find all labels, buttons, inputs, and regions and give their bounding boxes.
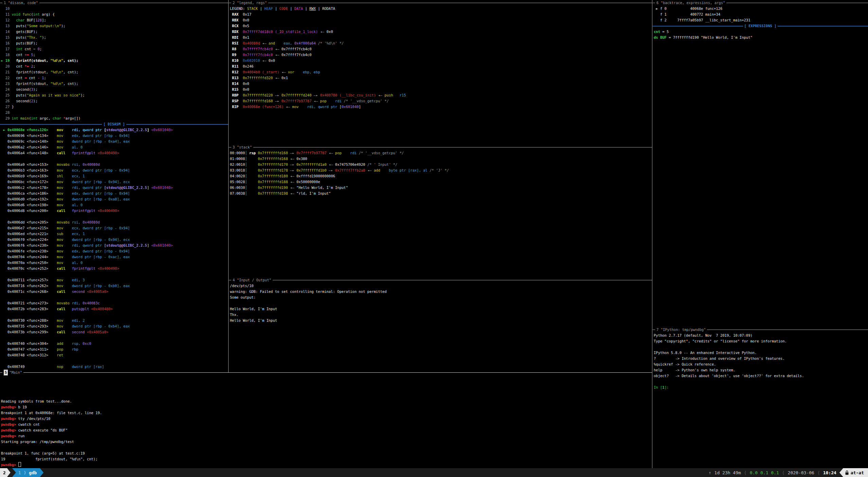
- uptime-text: 1d 23h 49m: [715, 470, 741, 476]
- pane-ipython[interactable]: 7 "IPython: tmp/pwndbg" Python 2.7.17 (d…: [653, 327, 868, 468]
- window-tab-gdb[interactable]: 1 ⟩ gdb: [12, 468, 44, 477]
- terminal-line: 0x4006ed <func+221> sub ecx, 1: [1, 231, 228, 237]
- gdb-console: Reading symbols from test...done.pwndbg>…: [0, 375, 652, 468]
- terminal-line: 0x400749 nop dword ptr [rax]: [1, 364, 228, 370]
- terminal-line: 0x4006a9 <func+153> movabs rsi, 0x40080d: [1, 162, 228, 167]
- angle-separator-icon: ⟨: [817, 470, 820, 476]
- terminal-line: 0x4006ca <func+186> mov edx, dword ptr […: [1, 191, 228, 196]
- terminal-line: 0x4006f0 <func+224> mov dword ptr [rbp -…: [1, 237, 228, 243]
- terminal-line: %quickref -> Quick reference.: [654, 361, 868, 367]
- terminal-line: [654, 344, 868, 350]
- terminal-line: [1, 381, 652, 387]
- terminal-line: [654, 379, 868, 385]
- terminal-line: pwndbg> b 19: [1, 404, 652, 410]
- terminal-line: 26 second(2);: [1, 98, 228, 104]
- lock-icon: [845, 471, 849, 475]
- terminal-line: R12 0x4004b0 (_start) ◂— xor ebp, ebp: [230, 69, 652, 75]
- disasm-separator: [ DISASM ]: [0, 121, 228, 127]
- terminal-line: 25 puts("Again as it was so nice");: [1, 92, 228, 98]
- angle-separator-icon: ⟨: [782, 470, 785, 476]
- terminal-line: In [1]:: [654, 385, 868, 390]
- terminal-line: 05:0028│ 0x7fffffffd188 ◂— 0x50000000e: [230, 179, 652, 185]
- terminal-line: 0x400721 <func+273> movabs rdi, 0x40083c: [1, 300, 228, 306]
- terminal-line: 0x400747 <func+311> pop rbp: [1, 347, 228, 352]
- text-cursor: [18, 462, 21, 467]
- terminal-line: R10 0x602010 ◂— 0x0: [230, 58, 652, 64]
- stack-listing: 00:0000│ rsp 0x7fffffffd160 —▸ 0x7ffff7b…: [229, 150, 652, 196]
- terminal-line: ► f 0 40068e func+126: [654, 6, 868, 12]
- terminal-line: 12 char BUF[128];: [1, 17, 228, 23]
- pane-border-right-column[interactable]: [652, 0, 652, 468]
- pane-border-main: 5"Main": [0, 370, 652, 375]
- pane-title-label: "Main": [8, 370, 23, 375]
- terminal-line: ► 19 fprintf(stdout, "%d\n", cnt);: [1, 58, 228, 64]
- terminal-line: R14 0x0: [230, 81, 652, 87]
- terminal-line: RDI 0x1: [230, 35, 652, 40]
- terminal-line: 0x4006b9 <func+169> shl ecx, 1: [1, 173, 228, 179]
- terminal-line: pwndbg>: [1, 462, 652, 468]
- pane-title-backtrace: 6 "backtrace, expressions, args": [653, 0, 868, 6]
- pane-border-left-column[interactable]: [228, 0, 229, 372]
- terminal-line: 0x400716 <func+262> mov dword ptr [rbp -…: [1, 283, 228, 289]
- terminal-line: R11 0x246: [230, 64, 652, 69]
- pane-title-stack: 3 "stack": [229, 144, 652, 150]
- terminal-line: [1, 335, 228, 341]
- hostname-segment: at-at: [839, 468, 868, 477]
- terminal-line: 0x400696 <func+134> mov edx, dword ptr […: [1, 133, 228, 139]
- pane-input-output[interactable]: 4 "Input / Output" /dev/pts/10warning: G…: [229, 277, 652, 370]
- terminal-line: 24 second(3);: [1, 87, 228, 92]
- terminal-line: RCX 0x5: [230, 23, 652, 29]
- terminal-line: 0x400730 <func+288> mov edi, 2: [1, 318, 228, 323]
- disasm-separator-label: [ DISASM ]: [102, 121, 126, 127]
- terminal-line: Hello World, I'm Input: [230, 318, 652, 323]
- expressions-separator-label: [ EXPRESSIONS ]: [743, 23, 778, 29]
- terminal-line: 0x4006a4 <func+148> call fprintf@plt <0x…: [1, 150, 228, 156]
- terminal-line: RBX 0x0: [230, 17, 652, 23]
- terminal-line: RBP 0x7fffffffd220 —▸ 0x7fffffffd240 —▸ …: [230, 92, 652, 98]
- terminal-line: Breakpoint 1 at 0x40068e: file test.c, l…: [1, 410, 652, 416]
- pane-title-label: 3 "stack": [231, 144, 253, 150]
- hostname-text: at-at: [851, 470, 864, 476]
- terminal-line: 14 gets(BUF);: [1, 29, 228, 35]
- terminal-line: RDX 0x7ffff7dd18c0 (_IO_stdfile_1_lock) …: [230, 29, 652, 35]
- terminal-line: [1, 156, 228, 162]
- terminal-line: 02:0010│ 0x7fffffffd170 —▸ 0x7fffffffd1a…: [230, 162, 652, 167]
- terminal-line: warning: GDB: Failed to set controlling …: [230, 289, 652, 295]
- terminal-line: R8 0x7ffff7fcb4c0 ◂— 0x7ffff7fcb4c0: [230, 46, 652, 52]
- terminal-line: [1, 271, 228, 277]
- terminal-line: 0x4006b3 <func+163> mov ecx, dword ptr […: [1, 167, 228, 173]
- session-indicator[interactable]: 2: [0, 468, 11, 477]
- terminal-line: 0x4006dd <func+205> movabs rsi, 0x40080d: [1, 219, 228, 225]
- watch-expressions: cnt = 5ds BUF = 7fffffffd190 "Hello Worl…: [653, 29, 868, 40]
- terminal-line: 16 puts(BUF);: [1, 40, 228, 46]
- status-right: ↑ 1d 23h 49m ⟨ 0.0 0.1 0.1 ⟨ 2020-03-06 …: [709, 468, 868, 477]
- terminal-line: ? -> Introduction and overview of IPytho…: [654, 356, 868, 361]
- terminal-line: RAX 0x17: [230, 12, 652, 17]
- backtrace-frames: ► f 0 40068e func+126 f 1 400772 main+34…: [653, 6, 868, 23]
- terminal-line: Thx.: [230, 312, 652, 318]
- pane-title-input-output: 4 "Input / Output": [229, 277, 652, 283]
- pane-stack[interactable]: 3 "stack" 00:0000│ rsp 0x7fffffffd160 —▸…: [229, 144, 652, 277]
- chevron-right-icon: ⟩: [24, 470, 26, 476]
- terminal-line: 29 int main(int argc, char *argv[]): [1, 116, 228, 121]
- pane-legend-regs[interactable]: 2 "legend, regs" LEGEND: STACK | HEAP | …: [229, 0, 652, 144]
- terminal-line: pwndbg> tty /dev/pts/10: [1, 416, 652, 422]
- pane-disasm-code[interactable]: 1 "disasm, code" 10 11 void func(int arg…: [0, 0, 228, 370]
- pane-main-gdb-console[interactable]: Reading symbols from test...done.pwndbg>…: [0, 375, 652, 468]
- source-code: 10 11 void func(int arg) { 12 char BUF[1…: [0, 6, 228, 121]
- terminal-line: 00:0000│ rsp 0x7fffffffd160 —▸ 0x7ffff7b…: [230, 150, 652, 156]
- session-number: 2: [3, 470, 6, 476]
- date-text: 2020-03-06: [788, 470, 814, 476]
- terminal-line: Breakpoint 1, func (arg=5) at test.c:19: [1, 450, 652, 456]
- terminal-line: IPython 5.8.0 -- An enhanced Interactive…: [654, 350, 868, 356]
- terminal-line: 13 puts("Some output:\n");: [1, 23, 228, 29]
- pane-backtrace-expressions[interactable]: 6 "backtrace, expressions, args" ► f 0 4…: [653, 0, 868, 327]
- terminal-line: pwndbg> cwatch cnt: [1, 422, 652, 427]
- terminal-line: R13 0x7fffffffd320 ◂— 0x1: [230, 75, 652, 81]
- terminal-line: 0x4006e7 <func+215> mov ecx, dword ptr […: [1, 225, 228, 231]
- terminal-line: 0x40071c <func+268> call second <0x4005a…: [1, 289, 228, 295]
- terminal-line: [1, 214, 228, 219]
- terminal-line: 21 fprintf(stdout, "%d\n", cnt);: [1, 69, 228, 75]
- load-average: 0.0 0.1 0.1: [750, 470, 779, 476]
- terminal-line: Python 2.7.17 (default, Nov 7 2019, 10:0…: [654, 333, 868, 338]
